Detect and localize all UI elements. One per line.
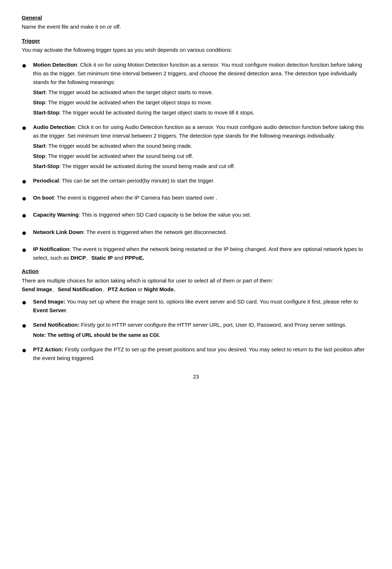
ip-notification-sep1: 、 — [86, 255, 91, 261]
motion-start-stop: Start-Stop: The trigger would be activat… — [33, 108, 370, 117]
list-item: ● PTZ Action: Firstly configure the PTZ … — [22, 345, 370, 363]
list-item: ● Periodical: This can be set the certai… — [22, 176, 370, 188]
action-night-mode-label: Night Mode. — [144, 286, 175, 292]
trigger-title: Trigger — [22, 38, 370, 44]
action-intro-text1: There are multiple choices for action ta… — [22, 277, 273, 284]
list-item: ● Send Notification: Firstly got to HTTP… — [22, 321, 370, 339]
note-label: Note: The setting of URL should be the s… — [33, 332, 160, 338]
capacity-warning-item: Capacity Warning: This is triggered when… — [33, 210, 370, 219]
motion-detection-desc: : Click it on for using Motion Detection… — [33, 62, 362, 85]
action-section: Action There are multiple choices for ac… — [22, 268, 370, 363]
send-image-term: Send Image: — [33, 298, 65, 305]
action-title: Action — [22, 268, 370, 274]
capacity-warning-desc: : This is triggered when SD Card capacit… — [79, 212, 251, 218]
action-list: ● Send Image: You may set up where the i… — [22, 297, 370, 363]
motion-stop: Stop: The trigger would be activated whe… — [33, 98, 370, 107]
action-sep1: 、 — [52, 286, 58, 292]
trigger-description: You may activate the following trigger t… — [22, 46, 370, 54]
bullet-icon: ● — [22, 175, 26, 188]
audio-detection-desc: : Click it on for using Audio Detection … — [33, 124, 364, 139]
audio-detection-term: Audio Detection — [33, 124, 75, 130]
onboot-term: On boot — [33, 194, 54, 201]
motion-detection-term: Motion Detection — [33, 62, 77, 68]
ip-notification-dhcp: DHCP — [71, 255, 86, 261]
periodical-item: Periodical: This can be set the certain … — [33, 176, 370, 185]
general-description: Name the event file and make it on or of… — [22, 23, 370, 31]
ip-notification-static: Static IP — [91, 255, 113, 261]
send-notification-desc: Firstly got to HTTP server configure the… — [80, 322, 347, 328]
onboot-desc: : The event is triggered when the IP Cam… — [54, 194, 217, 201]
action-or: or — [136, 286, 144, 292]
bullet-icon: ● — [22, 344, 26, 356]
action-intro: There are multiple choices for action ta… — [22, 276, 370, 294]
audio-start-stop: Start-Stop: The trigger would be activat… — [33, 162, 370, 171]
ip-notification-pppoe: PPPoE. — [125, 255, 144, 261]
trigger-list: ● Motion Detection: Click it on for usin… — [22, 60, 370, 262]
send-notification-note: Note: The setting of URL should be the s… — [33, 331, 370, 339]
bullet-icon: ● — [22, 121, 26, 134]
list-item: ● Network Link Down: The event is trigge… — [22, 228, 370, 239]
send-notification-term: Send Notification: — [33, 322, 79, 328]
list-item: ● Audio Detection: Click it on for using… — [22, 123, 370, 171]
action-ptz-label: PTZ Action — [108, 286, 136, 292]
periodical-desc: : This can be set the certain period(by … — [59, 177, 215, 184]
network-link-down-term: Network Link Down — [33, 229, 83, 235]
ip-notification-item: IP Notification: The event is triggered … — [33, 245, 370, 262]
network-link-down-item: Network Link Down: The event is triggere… — [33, 228, 370, 237]
audio-detection-item: Audio Detection: Click it on for using A… — [33, 123, 370, 171]
send-image-end: . — [66, 307, 68, 313]
periodical-term: Periodical — [33, 177, 59, 184]
onboot-item: On boot: The event is triggered when the… — [33, 193, 370, 202]
bullet-icon: ● — [22, 243, 26, 256]
general-title: General — [22, 14, 370, 21]
trigger-section: Trigger You may activate the following t… — [22, 38, 370, 262]
list-item: ● Capacity Warning: This is triggered wh… — [22, 210, 370, 222]
action-send-notification-label: Send Notification — [58, 286, 102, 292]
send-notification-item: Send Notification: Firstly got to HTTP s… — [33, 321, 370, 339]
ptz-action-desc: Firstly configure the PTZ to set up the … — [33, 346, 365, 361]
capacity-warning-term: Capacity Warning — [33, 212, 79, 218]
list-item: ● IP Notification: The event is triggere… — [22, 245, 370, 262]
bullet-icon: ● — [22, 226, 26, 239]
bullet-icon: ● — [22, 296, 26, 309]
bullet-icon: ● — [22, 59, 26, 72]
ptz-action-item: PTZ Action: Firstly configure the PTZ to… — [33, 345, 370, 363]
page-number: 23 — [22, 373, 370, 380]
list-item: ● On boot: The event is triggered when t… — [22, 193, 370, 205]
motion-detection-item: Motion Detection: Click it on for using … — [33, 60, 370, 117]
motion-start: Start: The trigger would be activated wh… — [33, 88, 370, 97]
ip-notification-term: IP Notification — [33, 246, 69, 252]
audio-start: Start: The trigger would be activated wh… — [33, 142, 370, 150]
event-server-ref: Event Server — [33, 307, 66, 313]
bullet-icon: ● — [22, 209, 26, 222]
audio-stop: Stop: The trigger would be activated whe… — [33, 152, 370, 160]
send-image-desc: You may set up where the image sent to, … — [65, 298, 358, 305]
ptz-action-term: PTZ Action: — [33, 346, 63, 352]
network-link-down-desc: : The event is triggered when the networ… — [83, 229, 227, 235]
action-send-image-label: Send Image — [22, 286, 52, 292]
list-item: ● Motion Detection: Click it on for usin… — [22, 60, 370, 117]
ip-notification-and: and — [113, 255, 125, 261]
bullet-icon: ● — [22, 192, 26, 205]
general-section: General Name the event file and make it … — [22, 14, 370, 31]
list-item: ● Send Image: You may set up where the i… — [22, 297, 370, 315]
send-image-item: Send Image: You may set up where the ima… — [33, 297, 370, 315]
action-sep2: 、 — [102, 286, 108, 292]
bullet-icon: ● — [22, 319, 26, 332]
